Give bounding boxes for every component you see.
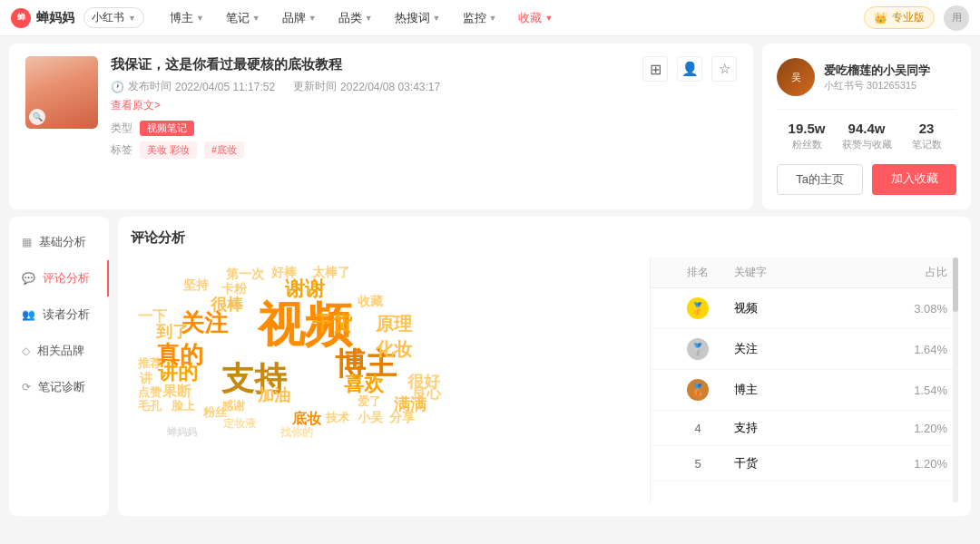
pro-badge[interactable]: 👑 专业版 (864, 6, 935, 29)
chevron-icon: ▼ (433, 14, 441, 23)
word-cloud-item[interactable]: 太棒了 (312, 265, 350, 281)
type-tag: 视频笔记 (140, 121, 194, 136)
stat-value-fans: 19.5w (777, 121, 837, 136)
col-rank: 🥇 (662, 297, 734, 319)
scrollbar[interactable] (953, 257, 958, 502)
nav-item-category[interactable]: 品类 ▼ (328, 0, 384, 36)
word-cloud-item[interactable]: 推荐 (138, 355, 162, 372)
stat-value-notes: 23 (897, 121, 956, 136)
word-cloud-item[interactable]: 讲的 (158, 359, 198, 386)
nav-item-collect[interactable]: 收藏 ▼ (507, 0, 564, 36)
word-cloud-item[interactable]: 分享 (389, 410, 415, 426)
word-cloud-item[interactable]: 原理 (376, 312, 412, 336)
word-cloud-item[interactable]: 找你的 (280, 425, 313, 441)
table-header: 排名 关键字 占比 (651, 257, 958, 288)
word-cloud-item[interactable]: 感谢 (221, 398, 245, 414)
rank-num: 4 (694, 422, 701, 435)
publish-date: 🕐 发布时间 2022/04/05 11:17:52 (111, 79, 275, 94)
avatar: 吴 (777, 58, 815, 96)
article-thumbnail: 🔍 (25, 56, 98, 129)
word-cloud-item[interactable]: 爱了 (358, 393, 381, 410)
chevron-down-icon: ▼ (128, 14, 136, 23)
author-stats: 19.5w 粉丝数 94.4w 获赞与收藏 23 笔记数 (777, 109, 956, 151)
sidebar-item-reader[interactable]: 👥 读者分析 (9, 296, 109, 333)
word-cloud-item[interactable]: 脸上 (172, 398, 195, 414)
word-cloud-item[interactable]: 点赞 (138, 384, 162, 401)
article-card: 🔍 我保证，这是你看过最硬核的底妆教程 🕐 发布时间 2022/04/05 11… (9, 44, 753, 209)
table-row: 🥉 博主 1.54% (651, 370, 958, 411)
author-header: 吴 爱吃榴莲的小吴同学 小红书号 301265315 (777, 58, 956, 96)
col-ratio: 1.54% (875, 384, 947, 397)
article-info: 我保证，这是你看过最硬核的底妆教程 🕐 发布时间 2022/04/05 11:1… (111, 56, 630, 159)
chevron-icon: ▼ (252, 14, 260, 23)
word-cloud-item[interactable]: 良心 (412, 384, 441, 403)
word-cloud-item[interactable]: 定妆液 (223, 416, 256, 432)
author-name: 爱吃榴莲的小吴同学 (824, 63, 930, 79)
word-cloud-item[interactable]: 坚持 (183, 277, 209, 294)
col-ratio: 1.64% (875, 343, 947, 356)
user-icon[interactable]: 👤 (677, 56, 702, 82)
star-icon[interactable]: ☆ (711, 56, 737, 82)
word-cloud-item[interactable]: 干货 (312, 310, 352, 337)
col-keyword: 视频 (734, 300, 875, 316)
clock-icon: 🕐 (111, 81, 124, 93)
stat-notes: 23 笔记数 (897, 121, 956, 151)
word-cloud-item[interactable]: 技术 (326, 410, 349, 426)
nav-item-trending[interactable]: 热搜词 ▼ (384, 0, 452, 36)
sidebar-item-comment[interactable]: 💬 评论分析 (9, 260, 109, 296)
diagnosis-icon: ⟳ (22, 381, 31, 393)
sidebar-item-diagnosis[interactable]: ⟳ 笔记诊断 (9, 369, 109, 405)
platform-selector[interactable]: 小红书 ▼ (83, 7, 144, 28)
sidebar: ▦ 基础分析 💬 评论分析 👥 读者分析 ◇ 相关品牌 ⟳ 笔记诊断 (9, 217, 109, 516)
author-card: 吴 爱吃榴莲的小吴同学 小红书号 301265315 19.5w 粉丝数 94.… (762, 44, 971, 209)
col-header-ratio: 占比 (875, 265, 947, 280)
chevron-icon: ▼ (544, 14, 553, 23)
col-keyword: 关注 (734, 341, 875, 357)
nav-item-brand[interactable]: 品牌 ▼ (271, 0, 328, 36)
word-cloud-item[interactable]: 蝉妈妈 (167, 425, 197, 439)
col-header-rank: 排名 (662, 265, 734, 280)
article-actions: ⊞ 👤 ☆ (642, 56, 737, 82)
word-cloud: 视频关注干货博主支持真的原理谢谢化妆喜欢很好到了一下很棒加油果断讲的满满良心太棒… (131, 257, 650, 502)
type-label: 类型 (111, 121, 132, 136)
main-content: ▦ 基础分析 💬 评论分析 👥 读者分析 ◇ 相关品牌 ⟳ 笔记诊断 评论分析 … (0, 217, 980, 525)
tag-icon: ◇ (22, 345, 30, 357)
qr-icon[interactable]: ⊞ (642, 56, 668, 82)
col-rank: 5 (662, 457, 734, 471)
article-meta: 🕐 发布时间 2022/04/05 11:17:52 更新时间 2022/04/… (111, 79, 630, 94)
tag-item-foundation[interactable]: #底妆 (204, 141, 244, 159)
search-icon[interactable]: 🔍 (29, 109, 45, 125)
sidebar-item-brand[interactable]: ◇ 相关品牌 (9, 333, 109, 369)
scrollbar-thumb[interactable] (953, 257, 958, 312)
word-cloud-item[interactable]: 小吴 (358, 410, 383, 426)
chevron-icon: ▼ (489, 14, 497, 23)
tag-row: 标签 美妆 彩妆 #底妆 (111, 141, 630, 159)
avatar[interactable]: 用 (944, 5, 969, 31)
sidebar-item-basic[interactable]: ▦ 基础分析 (9, 224, 109, 260)
profile-button[interactable]: Ta的主页 (777, 164, 863, 195)
word-cloud-item[interactable]: 化妆 (376, 337, 412, 362)
word-cloud-item[interactable]: 好棒 (271, 265, 297, 281)
table-row: 5 干货 1.20% (651, 446, 958, 481)
stat-label-notes: 笔记数 (897, 138, 956, 151)
rank-bronze-icon: 🥉 (687, 379, 709, 401)
table-row: 4 支持 1.20% (651, 411, 958, 446)
section-title: 评论分析 (131, 229, 958, 247)
nav-item-notes[interactable]: 笔记 ▼ (215, 0, 271, 36)
type-row: 类型 视频笔记 (111, 121, 630, 136)
comment-layout: 视频关注干货博主支持真的原理谢谢化妆喜欢很好到了一下很棒加油果断讲的满满良心太棒… (131, 257, 958, 502)
tag-item-makeup[interactable]: 美妆 彩妆 (140, 141, 197, 159)
rank-num: 5 (694, 457, 701, 471)
word-cloud-item[interactable]: 一下 (138, 307, 167, 326)
nav-item-monitor[interactable]: 监控 ▼ (452, 0, 508, 36)
col-rank: 🥉 (662, 379, 734, 401)
col-ratio: 1.20% (875, 457, 947, 471)
tag-label: 标签 (111, 142, 132, 158)
word-cloud-item[interactable]: 加油 (258, 384, 290, 406)
nav-item-blogger[interactable]: 博主 ▼ (159, 0, 215, 36)
view-original-link[interactable]: 查看原文> (111, 98, 630, 113)
word-cloud-item[interactable]: 卡粉 (221, 281, 247, 297)
update-date: 更新时间 2022/04/08 03:43:17 (293, 79, 440, 94)
collect-button[interactable]: 加入收藏 (872, 164, 956, 195)
word-cloud-item[interactable]: 收藏 (358, 294, 383, 310)
